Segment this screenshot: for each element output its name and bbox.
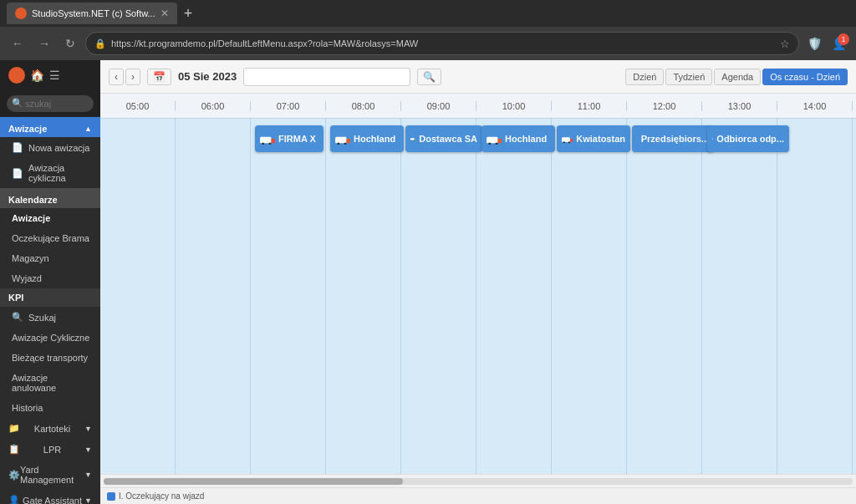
sidebar-group-lpr[interactable]: 📋 LPR ▼ [0, 439, 100, 460]
extensions-button[interactable]: 🛡️ [804, 33, 825, 53]
event-hochland-2[interactable]: Hochland [482, 125, 555, 152]
sidebar-item-awizacje-cal[interactable]: Awizacje [0, 208, 100, 228]
event-firma-x[interactable]: FIRMA X [255, 125, 324, 152]
home-icon: 🏠 [30, 69, 44, 82]
view-time-btn[interactable]: Os czasu - Dzień [762, 69, 848, 85]
sidebar-item-wyjazd[interactable]: Wyjazd [0, 268, 100, 288]
time-label-8: 13:00 [702, 101, 777, 111]
yard-icon: ⚙️ [8, 470, 20, 481]
browser-nav-icons: 🛡️ 1 👤 [804, 33, 849, 53]
tab-close-btn[interactable]: ✕ [160, 8, 169, 19]
truck-icon-6 [637, 133, 638, 145]
calendar-body: FIRMA X Hochland [100, 119, 856, 474]
svg-point-19 [568, 141, 570, 143]
refresh-button[interactable]: ↻ [60, 33, 80, 53]
time-label-2: 07:00 [251, 101, 326, 111]
app-logo [8, 67, 25, 84]
sidebar-section-kalendarze[interactable]: Kalendarze [0, 188, 100, 208]
svg-point-11 [414, 140, 415, 141]
sidebar-item-magazyn[interactable]: Magazyn [0, 248, 100, 268]
kartoteki-chevron: ▼ [84, 425, 92, 433]
sidebar-item-szukaj[interactable]: 🔍 Szukaj [0, 307, 100, 328]
nowa-awizacja-label: Nowa awizacja [28, 143, 89, 153]
sidebar-item-nowa-awizacja[interactable]: 📄 Nowa awizacja [0, 137, 100, 158]
event-odbiorca[interactable]: Odbiorca odp... [707, 125, 789, 152]
magazyn-label: Magazyn [12, 253, 49, 263]
time-label-6: 11:00 [552, 101, 627, 111]
cal-awizacje-label: Awizacje [12, 213, 50, 223]
gate-chevron: ▼ [84, 496, 92, 505]
szukaj-label: Szukaj [28, 313, 56, 323]
event-hochland-1[interactable]: Hochland [330, 125, 404, 152]
address-text: https://kt.programdemo.pl/DefaultLeftMen… [111, 38, 775, 48]
active-tab[interactable]: StudioSystem.NET (c) Softw... ✕ [7, 3, 177, 24]
sidebar-group-kartoteki[interactable]: 📁 Kartoteki ▼ [0, 418, 100, 439]
sidebar-item-awizacje-anulowane[interactable]: Awizacje anulowane [0, 368, 100, 398]
grid-lines [100, 119, 856, 474]
gate-label: Gate Assistant [23, 496, 82, 505]
sidebar-item-historia[interactable]: Historia [0, 398, 100, 418]
col-1 [176, 119, 251, 474]
menu-toggle-icon[interactable]: ☰ [49, 69, 60, 82]
calendar-grid: FIRMA X Hochland [100, 119, 856, 474]
col-3 [326, 119, 401, 474]
sidebar-item-awizacja-cykliczna[interactable]: 📄 Awizacja cykliczna [0, 158, 100, 188]
address-bar[interactable]: 🔒 https://kt.programdemo.pl/DefaultLeftM… [85, 32, 799, 55]
status-bar: I. Oczekujący na wjazd [100, 487, 856, 504]
forward-button[interactable]: → [33, 33, 55, 53]
view-agenda-btn[interactable]: Agenda [714, 69, 761, 85]
lpr-label: LPR [43, 445, 61, 455]
lpr-icon: 📋 [8, 444, 20, 455]
menu-button[interactable]: 1 👤 [828, 33, 849, 53]
sidebar-section-awizacje[interactable]: Awizacje ▲ [0, 117, 100, 137]
prev-button[interactable]: ‹ [109, 69, 124, 85]
event-kwiatostan-label: Kwiatostan [576, 134, 625, 144]
event-odbiorca-label: Odbiorca odp... [716, 134, 784, 144]
sidebar: 🏠 ☰ 🔍 Awizacje ▲ 📄 Nowa awizacja 📄 Awiza… [0, 60, 100, 504]
sidebar-section-kpi[interactable]: KPI [0, 288, 100, 307]
wyjazd-label: Wyjazd [12, 273, 42, 283]
view-day-btn[interactable]: Dzień [625, 69, 664, 85]
calendar-search-btn[interactable]: 🔍 [417, 69, 441, 85]
next-button[interactable]: › [125, 69, 140, 85]
horizontal-scrollbar[interactable] [100, 474, 856, 487]
view-week-btn[interactable]: Tydzień [665, 69, 712, 85]
sidebar-group-yard[interactable]: ⚙️ Yard Management ▼ [0, 460, 100, 490]
sidebar-group-gate[interactable]: 👤 Gate Assistant ▼ [0, 490, 100, 504]
new-tab-button[interactable]: + [177, 5, 200, 23]
svg-point-18 [563, 141, 565, 143]
svg-rect-0 [260, 137, 272, 144]
calendar-icon-btn[interactable]: 📅 [147, 69, 171, 85]
bookmark-icon: ☆ [780, 38, 790, 50]
sidebar-item-awizacje-cykliczne[interactable]: Awizacje Cykliczne [0, 328, 100, 348]
scroll-thumb[interactable] [104, 478, 403, 485]
awizacja-cykliczna-label: Awizacja cykliczna [28, 163, 92, 183]
time-label-7: 12:00 [627, 101, 702, 111]
truck-icon-7 [712, 133, 713, 145]
back-button[interactable]: ← [7, 33, 28, 53]
doc2-icon: 📄 [12, 168, 23, 179]
time-header: 05:00 06:00 07:00 08:00 09:00 10:00 11:0… [100, 94, 856, 119]
lpr-chevron: ▼ [84, 445, 92, 454]
sidebar-item-biezace-transporty[interactable]: Bieżące transporty [0, 348, 100, 368]
search2-icon: 🔍 [12, 312, 23, 323]
event-hochland-2-label: Hochland [505, 134, 547, 144]
event-dostawca-label: Dostawca SA [419, 134, 477, 144]
time-slots-header: 05:00 06:00 07:00 08:00 09:00 10:00 11:0… [100, 101, 856, 111]
col-2 [251, 119, 326, 474]
kalendarze-label: Kalendarze [8, 195, 58, 205]
event-przedsiebiors[interactable]: Przedsiębiors... [632, 125, 714, 152]
awizacje-cykliczne-label: Awizacje Cykliczne [12, 333, 89, 343]
calendar-search-input[interactable] [243, 68, 410, 86]
kartoteki-label: Kartoteki [34, 424, 70, 434]
lock-icon: 🔒 [94, 38, 106, 49]
col-5 [476, 119, 552, 474]
svg-rect-9 [415, 139, 416, 140]
time-label-4: 09:00 [401, 101, 476, 111]
sidebar-item-oczekujace-brama[interactable]: Oczekujące Brama [0, 228, 100, 248]
event-kwiatostan[interactable]: Kwiatostan [557, 125, 630, 152]
col-9 [777, 119, 853, 474]
event-dostawca[interactable]: Dostawca SA [405, 125, 482, 152]
event-hochland-1-label: Hochland [354, 134, 395, 144]
svg-rect-5 [347, 139, 351, 143]
